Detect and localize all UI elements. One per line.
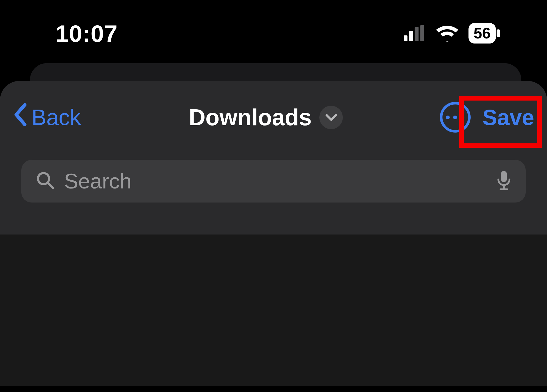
wifi-icon [435,25,459,42]
ellipsis-icon [446,115,450,119]
chevron-left-icon [13,103,27,131]
back-button[interactable]: Back [13,103,81,131]
save-button[interactable]: Save [482,104,534,130]
search-input[interactable] [64,169,487,194]
status-bar: 10:07 56 [0,20,547,46]
status-time: 10:07 [56,19,118,47]
svg-rect-1 [409,31,413,41]
svg-line-5 [48,183,53,188]
search-field[interactable] [21,160,526,203]
chevron-down-icon [319,106,343,129]
navigation-bar: Back Downloads Save [0,81,547,154]
back-label: Back [32,104,81,130]
svg-rect-0 [404,35,407,41]
microphone-icon[interactable] [497,170,511,192]
save-sheet: Back Downloads Save [0,81,547,386]
search-icon [36,171,55,192]
svg-rect-3 [420,25,424,41]
battery-indicator: 56 [468,23,496,44]
folder-title: Downloads [189,104,312,130]
content-area [0,235,547,386]
more-options-button[interactable] [440,102,470,133]
svg-rect-2 [415,27,419,41]
battery-percent: 56 [473,24,491,42]
cellular-signal-icon [404,25,426,41]
svg-rect-6 [501,171,507,182]
folder-title-button[interactable]: Downloads [189,104,343,130]
status-indicators: 56 [404,23,496,44]
